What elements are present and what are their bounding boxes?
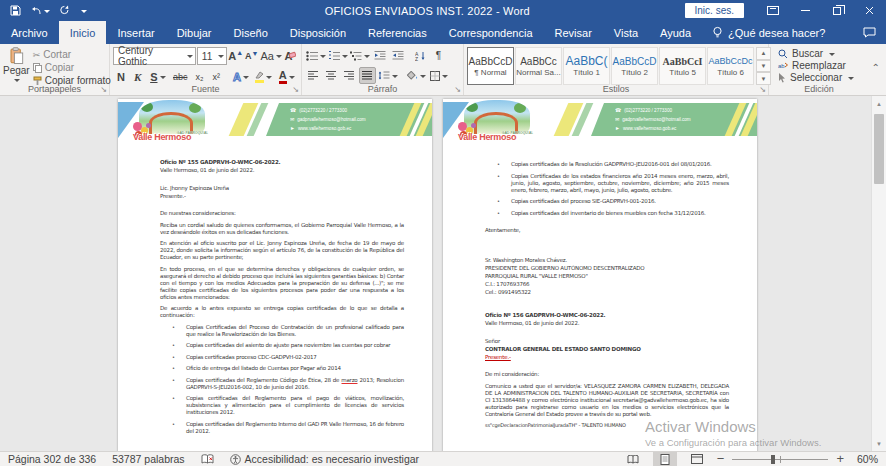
tab-dibujar[interactable]: Dibujar: [166, 21, 223, 44]
quick-access-toolbar: [0, 5, 170, 16]
document-page-right[interactable]: GAD PARROQUIAL Valle Hermoso ☎(02)277322…: [443, 99, 757, 451]
zoom-slider[interactable]: [732, 459, 828, 460]
tab-insertar[interactable]: Insertar: [106, 21, 165, 44]
align-left-button[interactable]: [305, 67, 322, 84]
proofing-icon[interactable]: [201, 454, 214, 465]
collapse-ribbon-icon[interactable]: ⌃: [872, 62, 880, 73]
style-titulo-6[interactable]: AaBbCcDc Título 6: [707, 47, 754, 85]
zoom-level[interactable]: 60%: [852, 453, 878, 465]
font-size-combobox[interactable]: 11: [197, 47, 227, 65]
group-styles: AaBbCcD ¶ Normal AaBbCc Normal Sa... AaB…: [464, 44, 769, 95]
restore-button[interactable]: [822, 0, 852, 21]
doc-paragraph: Señor: [485, 338, 729, 345]
font-dialog-launcher-icon[interactable]: ↘: [292, 86, 299, 94]
page-indicator[interactable]: Página 302 de 336: [8, 453, 96, 465]
web-layout-button[interactable]: [685, 452, 709, 466]
print-layout-button[interactable]: [653, 452, 677, 466]
tab-revisar[interactable]: Revisar: [544, 21, 603, 44]
group-paragraph: AZ ¶ Párrafo ↘: [302, 44, 464, 95]
font-color-button[interactable]: A: [276, 68, 298, 85]
copy-button[interactable]: Copiar: [30, 61, 114, 74]
web-icon: ►: [615, 124, 620, 133]
feedback-icon[interactable]: [863, 21, 886, 44]
style-titulo-2[interactable]: AaBbCcD Título 2: [611, 47, 658, 85]
clipboard-dialog-launcher-icon[interactable]: ↘: [100, 86, 107, 94]
redo-icon[interactable]: [59, 5, 70, 16]
find-button[interactable]: Buscar: [778, 48, 854, 59]
doc-bullet-item: •Copias Certificadas de los estados fina…: [485, 173, 729, 194]
tab-inicio[interactable]: Inicio: [59, 21, 107, 44]
sign-in-button[interactable]: Inic. ses.: [685, 3, 744, 18]
read-mode-button[interactable]: [621, 452, 645, 466]
group-label-clipboard: Portapapeles: [0, 84, 109, 95]
text-effects-button[interactable]: A: [231, 68, 251, 85]
subscript-button[interactable]: x₂: [191, 68, 207, 85]
minimize-button[interactable]: [790, 0, 820, 21]
font-name-combobox[interactable]: Century Gothic: [113, 47, 196, 65]
grow-font-button[interactable]: A▲: [228, 48, 243, 65]
align-center-button[interactable]: [323, 67, 340, 84]
shrink-font-button[interactable]: A▼: [244, 48, 259, 65]
highlight-button[interactable]: [252, 68, 274, 85]
styles-dialog-launcher-icon[interactable]: ↘: [759, 86, 766, 94]
tab-ayuda[interactable]: Ayuda: [649, 21, 702, 44]
zoom-in-button[interactable]: +: [836, 454, 844, 464]
multilevel-list-button[interactable]: [349, 47, 370, 64]
zoom-out-button[interactable]: −: [717, 454, 725, 464]
tab-diseno[interactable]: Diseño: [223, 21, 279, 44]
style-normal-sa[interactable]: AaBbCc Normal Sa...: [515, 47, 562, 85]
align-right-button[interactable]: [341, 67, 358, 84]
replace-button[interactable]: ab Reemplazar: [778, 60, 854, 71]
underline-button[interactable]: S: [147, 68, 169, 85]
shading-button[interactable]: [405, 67, 427, 84]
tab-correspondencia[interactable]: Correspondencia: [438, 21, 544, 44]
accessibility-status[interactable]: Accesibilidad: es necesario investigar: [230, 453, 420, 465]
bullets-button[interactable]: [305, 47, 326, 64]
select-button[interactable]: Seleccionar: [778, 72, 854, 83]
cut-button[interactable]: ✂Cortar: [30, 48, 114, 61]
bullet-marker: •: [172, 354, 186, 361]
close-button[interactable]: [854, 0, 884, 21]
tab-referencias[interactable]: Referencias: [357, 21, 438, 44]
decrease-indent-button[interactable]: [371, 47, 388, 64]
group-clipboard: Pegar ✂Cortar Copiar Copiar formato Port…: [0, 44, 110, 95]
change-case-button[interactable]: Aa: [260, 48, 281, 65]
increase-indent-button[interactable]: [389, 47, 406, 64]
borders-button[interactable]: [428, 67, 450, 84]
customize-quick-access-icon[interactable]: [79, 8, 87, 14]
paste-button[interactable]: Pegar: [3, 46, 30, 83]
letterhead-banner: ☎(02)2773220 / 2773300 ✉gadprvallehermos…: [266, 103, 432, 136]
tab-archivo[interactable]: Archivo: [0, 21, 59, 44]
word-count[interactable]: 53787 palabras: [112, 453, 184, 465]
show-hide-marks-button[interactable]: ¶: [430, 47, 447, 64]
superscript-icon: x²: [212, 72, 220, 82]
style-normal[interactable]: AaBbCcD ¶ Normal: [467, 47, 514, 85]
paragraph-dialog-launcher-icon[interactable]: ↘: [454, 86, 461, 94]
tell-me-box[interactable]: ¿Qué desea hacer?: [702, 21, 835, 44]
undo-icon[interactable]: [30, 6, 50, 16]
tab-disposicion[interactable]: Disposición: [279, 21, 357, 44]
phone-icon: ☎: [615, 106, 621, 115]
tab-vista[interactable]: Vista: [603, 21, 649, 44]
style-titulo-5[interactable]: AaBbCcI Título 5: [659, 47, 706, 85]
save-icon[interactable]: [10, 5, 21, 16]
justify-button[interactable]: [359, 67, 376, 84]
clear-formatting-button[interactable]: A: [283, 48, 298, 65]
document-page-left[interactable]: GAD PARROQUIAL Valle Hermoso ☎(02)277322…: [118, 99, 432, 451]
strikethrough-button[interactable]: abc: [170, 68, 190, 85]
italic-button[interactable]: K: [130, 68, 146, 85]
style-titulo-1[interactable]: AaBbC( Título 1: [563, 47, 610, 85]
sort-button[interactable]: AZ: [412, 47, 429, 64]
scroll-up-icon[interactable]: ▲: [872, 96, 886, 111]
ribbon-display-options-icon[interactable]: [758, 0, 788, 21]
zoom-slider-thumb[interactable]: [771, 455, 775, 464]
scroll-down-icon[interactable]: ▼: [872, 436, 886, 451]
superscript-button[interactable]: x²: [208, 68, 224, 85]
tell-me-label: ¿Qué desea hacer?: [728, 27, 825, 39]
numbering-button[interactable]: [327, 47, 348, 64]
bold-button[interactable]: N: [113, 68, 129, 85]
vertical-scrollbar[interactable]: ▲ ▼: [871, 96, 886, 451]
scrollbar-thumb[interactable]: [874, 114, 884, 184]
doc-bullet-item: •Copias certificadas del Reglamento Códi…: [160, 377, 404, 391]
line-spacing-button[interactable]: [377, 67, 399, 84]
